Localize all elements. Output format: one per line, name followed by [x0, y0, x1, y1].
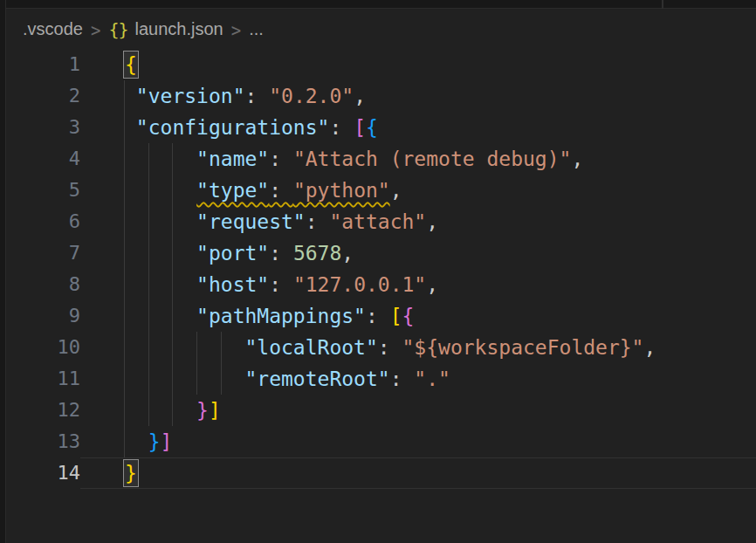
code-token: : [329, 116, 354, 139]
code-token: "${workspaceFolder}" [402, 336, 644, 359]
indent-guide [196, 332, 197, 363]
code-line[interactable]: 6 "request": "attach", [7, 206, 756, 237]
line-number[interactable]: 3 [7, 112, 80, 143]
code-content[interactable]: "pathMappings": [{ [80, 300, 756, 332]
code-content[interactable]: "configurations": [{ [80, 112, 756, 143]
line-number[interactable]: 2 [7, 80, 80, 112]
code-line[interactable]: 8 "host": "127.0.0.1", [7, 269, 756, 300]
indent-guide [148, 363, 149, 395]
line-number[interactable]: 14 [7, 457, 80, 489]
line-number[interactable]: 9 [7, 300, 80, 332]
line-number[interactable]: 7 [7, 237, 80, 269]
indent-guide [148, 300, 149, 332]
code-line[interactable]: 2 "version": "0.2.0", [7, 80, 756, 112]
code-token: { [402, 305, 415, 327]
indent-guide [148, 175, 149, 206]
indent-guide [172, 269, 173, 300]
code-token: : [269, 242, 293, 265]
code-line[interactable]: 1{ [7, 49, 756, 80]
line-number[interactable]: 8 [7, 269, 80, 300]
line-number[interactable]: 4 [7, 143, 80, 175]
code-token: : [378, 336, 402, 359]
code-token: , [643, 336, 656, 359]
code-content[interactable]: }] [80, 395, 756, 426]
indent-guide [124, 206, 125, 237]
indent-guide [172, 395, 173, 426]
matched-bracket: { [124, 52, 138, 78]
code-line[interactable]: 12 }] [7, 395, 756, 426]
code-line[interactable]: 4 "name": "Attach (remote debug)", [7, 143, 756, 175]
indent-guide [148, 206, 149, 237]
indent-guide [148, 237, 149, 269]
indent-guide [124, 426, 125, 457]
code-content[interactable]: "remoteRoot": "." [80, 363, 756, 395]
line-number[interactable]: 11 [7, 363, 80, 395]
code-token: ] [161, 430, 173, 453]
line-number[interactable]: 10 [7, 332, 80, 363]
code-token: , [354, 85, 366, 107]
code-line[interactable]: 7 "port": 5678, [7, 237, 756, 269]
code-token: : [244, 85, 269, 107]
tab-divider [662, 0, 663, 9]
code-content[interactable]: "type": "python", [80, 175, 756, 206]
editor-tab-strip [0, 0, 756, 9]
code-token: "type" [196, 179, 269, 202]
code-token: "request" [196, 210, 306, 233]
line-number[interactable]: 5 [7, 175, 80, 206]
code-token: "python" [293, 179, 390, 202]
code-content[interactable]: "host": "127.0.0.1", [80, 269, 756, 300]
code-line[interactable]: 5 "type": "python", [7, 175, 756, 206]
breadcrumb: .vscode > {} launch.json > ... [7, 10, 756, 49]
code-line[interactable]: 9 "pathMappings": [{ [7, 300, 756, 332]
indent-guide [124, 143, 125, 175]
code-editor[interactable]: 1{2 "version": "0.2.0",3 "configurations… [7, 49, 756, 489]
code-line[interactable]: 3 "configurations": [{ [7, 112, 756, 143]
chevron-right-icon: > [231, 18, 241, 40]
line-number[interactable]: 13 [7, 426, 80, 457]
indent-guide [148, 332, 149, 363]
breadcrumb-symbol-more[interactable]: ... [249, 19, 264, 39]
breadcrumb-folder[interactable]: .vscode [23, 19, 83, 39]
indent-guide [124, 269, 125, 300]
indent-guide [172, 175, 173, 206]
code-token: "0.2.0" [269, 85, 354, 107]
code-content[interactable]: "request": "attach", [80, 206, 756, 237]
code-token: "configurations" [136, 116, 330, 139]
breadcrumb-file[interactable]: launch.json [134, 19, 223, 39]
code-token: } [148, 430, 161, 453]
code-token: , [390, 179, 402, 202]
code-token: , [571, 148, 583, 170]
code-content[interactable]: } [80, 457, 756, 489]
code-token: ] [209, 399, 221, 422]
matched-bracket: } [124, 460, 138, 486]
code-content[interactable]: }] [80, 426, 756, 457]
sidebar-edge [0, 0, 6, 543]
code-token: "attach" [329, 210, 426, 233]
code-content[interactable]: { [80, 49, 756, 80]
code-token: { [366, 116, 378, 139]
code-content[interactable]: "name": "Attach (remote debug)", [80, 143, 756, 175]
indent-guide [221, 363, 222, 395]
line-number[interactable]: 12 [7, 395, 80, 426]
indent-guide [172, 206, 173, 237]
indent-guide [124, 175, 125, 206]
code-line[interactable]: 14} [7, 457, 756, 489]
indent-guide [172, 300, 173, 332]
code-line[interactable]: 11 "remoteRoot": "." [7, 363, 756, 395]
line-number[interactable]: 1 [7, 49, 80, 80]
code-token: } [196, 399, 209, 422]
code-line[interactable]: 10 "localRoot": "${workspaceFolder}", [7, 332, 756, 363]
code-content[interactable]: "version": "0.2.0", [80, 80, 756, 112]
indent-guide [221, 332, 222, 363]
code-token: [ [354, 116, 366, 139]
line-number[interactable]: 6 [7, 206, 80, 237]
code-token: , [341, 242, 354, 265]
code-token: "127.0.0.1" [293, 273, 426, 296]
indent-guide [124, 237, 125, 269]
indent-guide [148, 269, 149, 300]
code-content[interactable]: "port": 5678, [80, 237, 756, 269]
json-file-icon: {} [108, 19, 127, 40]
indent-guide [172, 363, 173, 395]
code-line[interactable]: 13 }] [7, 426, 756, 457]
code-content[interactable]: "localRoot": "${workspaceFolder}", [80, 332, 756, 363]
